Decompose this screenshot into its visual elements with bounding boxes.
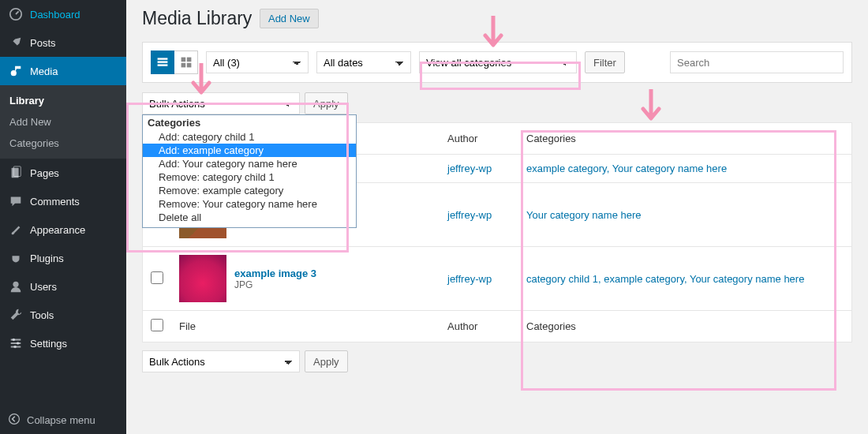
collapse-label: Collapse menu bbox=[27, 414, 95, 426]
bulk-actions-dropdown: Categories Add: category child 1 Add: ex… bbox=[142, 114, 357, 228]
sidebar-label: Settings bbox=[30, 338, 67, 350]
filter-toolbar: All (3) All dates View all categories Fi… bbox=[142, 42, 852, 83]
dropdown-option[interactable]: Delete all bbox=[143, 211, 356, 224]
dropdown-option[interactable]: Add: example category bbox=[143, 144, 356, 157]
dropdown-group-label: Categories bbox=[143, 115, 356, 130]
apply-button-bottom[interactable]: Apply bbox=[305, 350, 348, 372]
sidebar-label: Appearance bbox=[30, 224, 85, 236]
page-title: Media Library bbox=[142, 8, 252, 29]
file-type: JPG bbox=[234, 279, 316, 290]
bulk-actions-bottom: Bulk Actions Apply bbox=[142, 350, 852, 372]
sidebar-item-plugins[interactable]: Plugins bbox=[0, 244, 126, 272]
svg-point-5 bbox=[13, 339, 16, 342]
sidebar-item-posts[interactable]: Posts bbox=[0, 28, 126, 57]
dropdown-option[interactable]: Add: category child 1 bbox=[143, 130, 356, 144]
filter-button[interactable]: Filter bbox=[585, 51, 625, 73]
author-link[interactable]: jeffrey-wp bbox=[447, 209, 492, 221]
sidebar-label: Media bbox=[30, 65, 58, 77]
date-filter-select[interactable]: All dates bbox=[316, 51, 411, 73]
sidebar-item-settings[interactable]: Settings bbox=[0, 329, 126, 357]
file-name-link[interactable]: example image 3 bbox=[234, 268, 316, 279]
table-row: example image 3JPG jeffrey-wp category c… bbox=[143, 247, 852, 311]
bulk-actions-select[interactable]: Bulk Actions bbox=[142, 92, 300, 114]
column-header-categories[interactable]: Categories bbox=[518, 123, 852, 155]
sidebar-label: Dashboard bbox=[30, 9, 80, 21]
main-content: Media Library Add New All (3) All dates … bbox=[126, 0, 868, 434]
category-links[interactable]: Your category name here bbox=[526, 209, 642, 221]
svg-rect-13 bbox=[186, 58, 191, 62]
svg-rect-15 bbox=[186, 63, 191, 68]
wrench-icon bbox=[8, 307, 24, 323]
author-link[interactable]: jeffrey-wp bbox=[447, 273, 492, 285]
svg-rect-10 bbox=[158, 61, 168, 62]
row-checkbox[interactable] bbox=[151, 271, 163, 284]
sidebar-item-media[interactable]: Media bbox=[0, 57, 126, 85]
category-links[interactable]: category child 1, example category, Your… bbox=[526, 273, 804, 285]
thumbnail[interactable] bbox=[179, 255, 226, 302]
author-link[interactable]: jeffrey-wp bbox=[447, 163, 492, 174]
submenu-library[interactable]: Library bbox=[0, 90, 126, 111]
column-footer-categories[interactable]: Categories bbox=[518, 311, 852, 342]
plug-icon bbox=[8, 250, 24, 266]
pages-icon bbox=[8, 165, 24, 181]
svg-rect-12 bbox=[181, 58, 185, 62]
collapse-icon bbox=[8, 413, 21, 428]
sidebar-label: Plugins bbox=[30, 253, 64, 264]
sliders-icon bbox=[8, 335, 24, 351]
sidebar-item-comments[interactable]: Comments bbox=[0, 187, 126, 215]
bulk-actions-select-bottom[interactable]: Bulk Actions bbox=[142, 350, 300, 372]
sidebar-item-pages[interactable]: Pages bbox=[0, 159, 126, 187]
brush-icon bbox=[8, 222, 24, 238]
dropdown-option[interactable]: Remove: example category bbox=[143, 184, 356, 197]
type-filter-select[interactable]: All (3) bbox=[206, 51, 309, 73]
sidebar-label: Tools bbox=[30, 309, 54, 321]
svg-rect-11 bbox=[158, 64, 168, 65]
category-links[interactable]: example category, Your category name her… bbox=[526, 163, 727, 174]
media-icon bbox=[8, 63, 24, 79]
add-new-button[interactable]: Add New bbox=[260, 9, 319, 28]
sidebar-label: Posts bbox=[30, 37, 56, 49]
pin-icon bbox=[8, 35, 24, 51]
category-filter-select[interactable]: View all categories bbox=[419, 51, 577, 73]
svg-point-6 bbox=[17, 342, 20, 345]
view-toggle bbox=[151, 51, 198, 74]
sidebar-label: Pages bbox=[30, 167, 59, 179]
sidebar-item-appearance[interactable]: Appearance bbox=[0, 215, 126, 244]
column-footer-file[interactable]: File bbox=[171, 311, 440, 342]
grid-view-button[interactable] bbox=[174, 51, 198, 74]
dropdown-option[interactable]: Remove: category child 1 bbox=[143, 170, 356, 184]
apply-button[interactable]: Apply bbox=[305, 92, 348, 114]
svg-point-8 bbox=[9, 414, 20, 425]
user-icon bbox=[8, 279, 24, 294]
dropdown-option[interactable]: Add: Your category name here bbox=[143, 157, 356, 170]
column-footer-author[interactable]: Author bbox=[440, 311, 518, 342]
list-view-button[interactable] bbox=[151, 51, 174, 74]
bulk-actions-top: Bulk Actions Apply Categories Add: categ… bbox=[142, 92, 852, 114]
sidebar-item-dashboard[interactable]: Dashboard bbox=[0, 0, 126, 28]
svg-point-4 bbox=[13, 282, 18, 287]
sidebar-label: Users bbox=[30, 281, 57, 293]
svg-rect-9 bbox=[158, 58, 168, 59]
search-input[interactable] bbox=[670, 51, 844, 73]
svg-point-7 bbox=[13, 346, 17, 349]
submenu-categories[interactable]: Categories bbox=[0, 133, 126, 154]
sidebar-item-users[interactable]: Users bbox=[0, 272, 126, 301]
dashboard-icon bbox=[8, 6, 24, 22]
select-all-checkbox-footer[interactable] bbox=[151, 319, 163, 331]
sidebar-label: Comments bbox=[30, 196, 80, 208]
admin-sidebar: Dashboard Posts Media Library Add New Ca… bbox=[0, 0, 126, 434]
collapse-menu[interactable]: Collapse menu bbox=[0, 406, 126, 434]
svg-rect-14 bbox=[181, 63, 185, 68]
dropdown-option[interactable]: Remove: Your category name here bbox=[143, 197, 356, 211]
sidebar-item-tools[interactable]: Tools bbox=[0, 301, 126, 329]
submenu-add-new[interactable]: Add New bbox=[0, 111, 126, 133]
column-header-author[interactable]: Author bbox=[440, 123, 518, 155]
media-submenu: Library Add New Categories bbox=[0, 85, 126, 159]
comments-icon bbox=[8, 193, 24, 209]
